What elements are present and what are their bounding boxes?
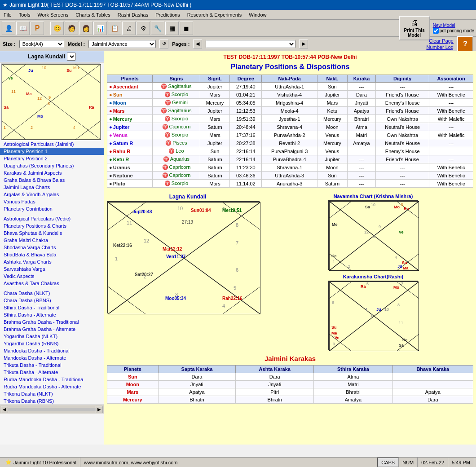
size-select[interactable]: Book(A4)	[19, 40, 64, 48]
pages-select[interactable]	[206, 40, 295, 48]
svg-text:Ve: Ve	[335, 335, 339, 340]
sidebar-item-karakas-jaimini[interactable]: Karakas & Jaimini Aspects	[0, 169, 104, 176]
svg-text:10: 10	[384, 307, 389, 312]
degree-cell: 17:37:16	[230, 131, 262, 139]
sidebar-item-chara-nlkt[interactable]: Chara Dasha (NLKT)	[0, 290, 104, 297]
woman-icon[interactable]: 👩	[79, 22, 93, 35]
sidebar-item-astrological-jaimini[interactable]: Astrological Particulars (Jaimini)	[0, 141, 104, 148]
col-diginity: Diginity	[376, 75, 429, 83]
next-page-btn[interactable]: ▶	[299, 40, 308, 48]
sidebar-item-trikona-nlkt[interactable]: Trikona Dasha (NLKT)	[0, 390, 104, 397]
gear2-icon[interactable]: 🔧	[151, 22, 164, 35]
book-icon[interactable]: 📖	[16, 22, 30, 35]
menu-rashi-dashas[interactable]: Rashi Dashas	[114, 11, 152, 19]
chart-icon[interactable]: 📊	[93, 22, 107, 35]
square-icon[interactable]: ◼	[180, 22, 193, 35]
svg-text:Ju: Ju	[397, 264, 402, 269]
sidebar-scrollbar[interactable]: ◀ ▶	[0, 405, 104, 414]
clear-page-btn[interactable]: Clear Page	[429, 38, 454, 44]
sidebar-item-graha-balas[interactable]: Graha Balas & Bhava Balas	[0, 176, 104, 184]
table-row: ●Neptune ♈Capricorn Saturn 03:46:36 Uttr…	[107, 172, 473, 180]
sidebar-item-various-padas[interactable]: Various Padas	[0, 198, 104, 205]
karaka-cell: ---	[347, 83, 375, 91]
table-icon[interactable]: 📋	[108, 22, 121, 35]
mini-kundali-chart: Ju 10 Su Ma Ve 11 Ma 12 9 6 Sa 1 2 Mo 4 …	[1, 63, 100, 140]
sidebar-item-mandooka-trad[interactable]: Mandooka Dasha - Traditional	[0, 347, 104, 354]
bhava-cell	[392, 381, 473, 388]
lagna-kundali-container: Lagna Kundali	[107, 192, 269, 350]
sidebar-item-planetary-pos-1[interactable]: Planetary Position 1	[0, 148, 104, 155]
sidebar-item-yogardha-nlkt[interactable]: Yogardha Dasha (NLKT)	[0, 333, 104, 340]
sidebar-item-sthira-alt[interactable]: Sthira Dasha - Alternate	[0, 311, 104, 318]
sidebar-item-brahma-alt[interactable]: Brahma Graha Dasha - Alternate	[0, 326, 104, 333]
sidebar-item-yogardha-rbns[interactable]: Yogardha Dasha (RBNS)	[0, 340, 104, 347]
karaka-cell: Apatya	[347, 107, 375, 115]
print-this-model-btn[interactable]: 🖨 Print This Model	[399, 16, 430, 40]
sidebar-item-planetary-pos-2[interactable]: Planetary Position 2	[0, 155, 104, 162]
sign-cell: ♈Scorpio	[153, 91, 200, 99]
sidebar-item-argalas[interactable]: Argalas & Virodh-Argalas	[0, 191, 104, 198]
sidebar-dropdown[interactable]	[67, 53, 76, 61]
print-icon[interactable]: 🖨	[122, 22, 136, 35]
degree-cell: 22:16:14	[230, 155, 262, 163]
sidebar-item-rudra-alt[interactable]: Rudra Mandooka Dasha - Alternate	[0, 383, 104, 390]
sidebar-item-avasthas[interactable]: Avasthas & Tara Chakras	[0, 280, 104, 287]
prev-page-btn[interactable]: ◀	[193, 40, 202, 48]
table-row: Mars Apatya Pitri Bhratri Apatya	[107, 388, 473, 396]
person-icon[interactable]: 👤	[2, 22, 15, 35]
refresh-icon[interactable]: ↺	[159, 40, 168, 48]
sidebar-item-lagna-charts[interactable]: Jaimini Lagna Charts	[0, 184, 104, 191]
pdf-mode-checkbox[interactable]	[433, 28, 439, 34]
sidebar-item-rudra-trad[interactable]: Rudra Mandooka Dasha - Traditiona	[0, 376, 104, 383]
new-model-btn[interactable]: New Model	[433, 23, 474, 28]
p-icon[interactable]: P	[31, 22, 44, 35]
diginity-cell: Own Nakshtra	[376, 115, 429, 123]
help-icon[interactable]: ?	[457, 36, 473, 52]
menu-charts-tables[interactable]: Charts & Tables	[72, 11, 114, 19]
karaka-cell: Jnyati	[347, 99, 375, 107]
sidebar-item-shadbala[interactable]: ShadBala & Bhava Bala	[0, 251, 104, 258]
sidebar-item-astrological-vedic[interactable]: Astrological Particulars (Vedic)	[0, 215, 104, 222]
sidebar-item-upagrahas[interactable]: Upagrahas (Secondary Planets)	[0, 162, 104, 169]
face-icon[interactable]: 😊	[50, 22, 64, 35]
sidebar-item-graha-maitri[interactable]: Graha Maitri Chakra	[0, 237, 104, 244]
menu-file[interactable]: File	[0, 11, 15, 19]
sidebar-item-sthira-trad[interactable]: Sthira Dasha - Traditional	[0, 304, 104, 311]
menu-work-screens[interactable]: Work Screens	[34, 11, 72, 19]
sidebar-item-planetary-pos-charts[interactable]: Planetary Positions & Charts	[0, 222, 104, 229]
signl-cell: Mars	[200, 180, 230, 188]
sidebar-item-planetary-contribution[interactable]: Planetary Contribution	[0, 205, 104, 212]
menu-tools[interactable]: Tools	[15, 11, 34, 19]
sidebar-item-shodasha[interactable]: Shodasha Varga Charts	[0, 244, 104, 251]
status-app: ⭐ Jaimini Light 10 Professional	[2, 458, 80, 467]
svg-text:27:19: 27:19	[182, 220, 193, 225]
association-cell: With Benefic	[429, 172, 473, 180]
settings-icon[interactable]: ⚙	[137, 22, 150, 35]
person2-icon[interactable]: 🧑	[65, 22, 78, 35]
ashta-cell: Dara	[236, 373, 314, 381]
sidebar-item-brahma-trad[interactable]: Brahma Graha Dasha - Traditional	[0, 318, 104, 326]
sidebar-item-trikuta-trad[interactable]: Trikuta Dasha - Traditional	[0, 361, 104, 369]
status-time: 5:49 PM	[448, 458, 474, 467]
scroll-right-btn[interactable]: ▶	[96, 406, 103, 413]
sidebar-item-ashtaka[interactable]: Ashtaka Varga Charts	[0, 258, 104, 265]
number-log-btn[interactable]: Number Log	[426, 44, 454, 50]
sidebar-item-chara-rbns[interactable]: Chara Dasha (RBNS)	[0, 297, 104, 304]
sidebar-item-sarvashtaka[interactable]: Sarvashtaka Varga	[0, 265, 104, 273]
model-select[interactable]: Jaimini Advance	[88, 40, 156, 48]
sidebar-item-bhava-sphutas[interactable]: Bhava Sphutas & Kundalis	[0, 229, 104, 237]
sidebar-title: Lagna Kundali	[0, 51, 104, 62]
sidebar-item-trikona-rbns[interactable]: Trikona Dasha (RBNS)	[0, 397, 104, 405]
svg-text:Mo: Mo	[393, 285, 399, 290]
sidebar-item-trikuta-alt[interactable]: Trikuta Dasha - Alternate	[0, 369, 104, 376]
degree-cell: 19:51:39	[230, 115, 262, 123]
signl-cell: Mars	[200, 115, 230, 123]
menu-window[interactable]: Window	[245, 11, 270, 19]
status-bar: ⭐ Jaimini Light 10 Professional www.mind…	[0, 457, 476, 467]
menu-predictions[interactable]: Predictions	[152, 11, 183, 19]
sidebar-item-vedic-aspects[interactable]: Vedic Aspects	[0, 273, 104, 280]
scroll-left-btn[interactable]: ◀	[1, 406, 8, 413]
sidebar-item-mandooka-alt[interactable]: Mandooka Dasha - Alternate	[0, 354, 104, 361]
menu-research[interactable]: Research & Experiments	[184, 11, 246, 19]
bar-icon[interactable]: ▦	[165, 22, 179, 35]
